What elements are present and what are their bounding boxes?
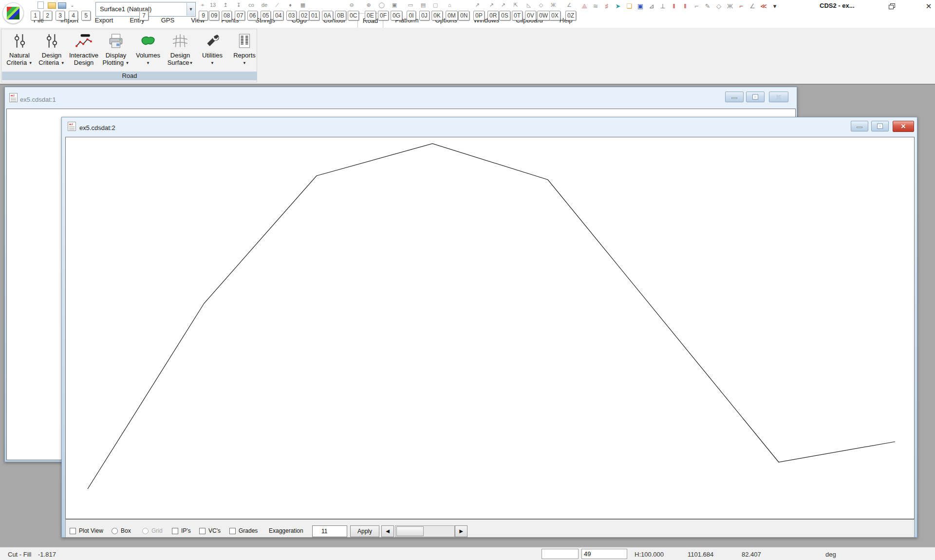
apply-button[interactable]: Apply [350,525,379,537]
menu-tab[interactable]: Export [90,14,118,28]
toolbar-button-icon[interactable]: ◯ [377,1,387,9]
titlebar-tool-icon[interactable]: ⌐ [736,1,746,12]
toolbar-button-icon[interactable] [321,1,331,9]
close-app-button[interactable]: ✕ [923,1,934,12]
toolbar-button-icon[interactable]: ▢ [430,1,440,9]
titlebar-tool-icon[interactable]: ▣ [636,1,645,12]
titlebar-tool-icon[interactable]: ➤ [613,1,623,12]
display-plotting-button[interactable]: Display Plotting ▼ [100,30,132,67]
toolbar-button-icon[interactable]: Ж [548,1,558,9]
toolbar-button-icon[interactable]: ↗ [498,1,508,9]
window1-minimize-button[interactable] [725,92,744,102]
open-folder-icon[interactable] [48,2,56,9]
window2-titlebar[interactable]: w.l ex5.cdsdat:2 ✕ [62,117,917,137]
titlebar-tool-icon[interactable]: ▾ [770,1,780,12]
app-title: CDS2 - ex... [820,2,855,9]
plot-view-checkbox[interactable] [70,528,76,534]
coordinate-value: 1101.684 [688,551,713,558]
toolbar-button-icon[interactable]: ⇱ [511,1,521,9]
toolbar-button-icon[interactable]: ⊕ [364,1,374,9]
scroll-right-button[interactable]: ▶ [455,525,468,537]
scrollbar-thumb[interactable] [396,526,424,536]
toolbar-button-icon[interactable]: ↧ [234,1,243,9]
toolbar-button-icon[interactable]: ◺ [524,1,534,9]
toolbar-button-icon[interactable]: ♦ [285,1,295,9]
titlebar-toolbar: ⟁≋♯➤❏▣⊿⊥‖‖⌐✎◇Ж⌐∠≪▾ [580,1,780,12]
keytip: 0Z [565,11,576,20]
toolbar-button-icon[interactable]: ⌂ [445,1,454,9]
window1-titlebar[interactable]: w.l ex5.cdsdat:1 ✕ [5,87,797,109]
toolbar-button-icon[interactable]: ↗ [486,1,496,9]
titlebar-tool-icon[interactable]: ‖ [680,1,690,12]
toolbar-button-icon[interactable]: ⊖ [347,1,356,9]
design-surface-button[interactable]: Design Surface▼ [164,30,196,67]
profile-canvas[interactable] [65,137,915,519]
titlebar-tool-icon[interactable]: ◇ [714,1,724,12]
titlebar-tool-icon[interactable]: ⊿ [647,1,656,12]
toolbar-button-icon[interactable]: ⟋ [272,1,282,9]
titlebar-tool-icon[interactable]: ≪ [759,1,768,12]
natural-criteria-button[interactable]: Natural Criteria ▼ [3,30,36,67]
design-criteria-button[interactable]: Design Criteria ▼ [36,30,68,67]
toolbar-button-icon[interactable] [334,1,344,9]
grades-label: Grades [239,528,258,534]
toolbar-button-icon[interactable] [308,1,318,9]
titlebar-tool-icon[interactable]: ‖ [669,1,679,12]
toolbar-button-icon[interactable]: ↗ [472,1,482,9]
utilities-button[interactable]: Utilities ▼ [196,30,228,67]
toolbar-button-icon[interactable]: + [198,1,207,9]
document-icon: w.l [68,122,76,131]
keytip: 07 [235,11,245,20]
window2-close-button[interactable]: ✕ [893,121,914,132]
titlebar-tool-icon[interactable]: ❏ [624,1,634,12]
report-list-icon [228,30,261,52]
vcs-checkbox[interactable] [199,528,206,534]
titlebar-tool-icon[interactable]: ≋ [591,1,600,12]
titlebar-tool-icon[interactable]: ⌐ [692,1,701,12]
toolbar-button-icon[interactable]: de [260,1,269,9]
toolbar-button-icon[interactable] [457,1,467,9]
ips-checkbox[interactable] [172,528,178,534]
toolbar-button-icon[interactable]: ▦ [298,1,308,9]
vcs-label: VC's [208,528,221,534]
window1-maximize-button[interactable] [746,92,765,102]
titlebar-tool-icon[interactable]: ✎ [703,1,712,12]
box-label: Box [121,528,131,534]
titlebar-tool-icon[interactable]: ⟁ [580,1,589,12]
box-radio[interactable] [112,528,118,534]
volumes-button[interactable]: Volumes ▼ [132,30,164,67]
status-value-field[interactable] [581,549,627,559]
grades-checkbox[interactable] [229,528,236,534]
window2-minimize-button[interactable] [851,121,868,131]
toolbar-button-icon[interactable]: co [246,1,256,9]
document-icon: w.l [9,93,18,102]
window2-maximize-button[interactable] [871,121,889,131]
toolbar-button-icon[interactable]: ◇ [536,1,546,9]
toolbar-button-icon[interactable]: ▣ [390,1,399,9]
titlebar-tool-icon[interactable]: ♯ [602,1,612,12]
titlebar-tool-icon[interactable]: Ж [725,1,735,12]
toolbar-button-icon[interactable]: ▭ [406,1,415,9]
toolbar-button-icon[interactable]: 13 [208,1,218,9]
scroll-left-button[interactable]: ◀ [381,525,394,537]
titlebar-tool-icon[interactable]: ⊥ [658,1,668,12]
toolbar-button-icon[interactable]: ↥ [221,1,230,9]
document-window-2[interactable]: w.l ex5.cdsdat:2 ✕ Plot View Box Grid IP… [61,117,917,538]
printer-icon [100,30,132,52]
reports-button[interactable]: Reports ▼ [228,30,261,67]
dropdown-arrow-icon: ▼ [243,61,246,65]
restore-window-button[interactable] [886,1,899,11]
app-logo-button[interactable] [2,2,24,24]
keytip: 9 [199,11,208,20]
scrollbar-track[interactable] [395,525,455,537]
toolbar-button-icon[interactable]: ▤ [418,1,428,9]
titlebar-tool-icon[interactable]: ∠ [748,1,757,12]
interactive-design-button[interactable]: Interactive Design [68,30,100,67]
new-document-icon[interactable] [37,1,44,9]
toolbar-button-icon[interactable]: ∠ [564,1,574,9]
window-icon[interactable] [58,2,66,9]
exaggeration-input[interactable] [312,525,347,537]
qat-more-chevron-icon[interactable]: ⌄ [68,1,76,9]
menu-tab[interactable]: GPS [156,14,179,28]
window1-close-button[interactable]: ✕ [769,92,788,102]
